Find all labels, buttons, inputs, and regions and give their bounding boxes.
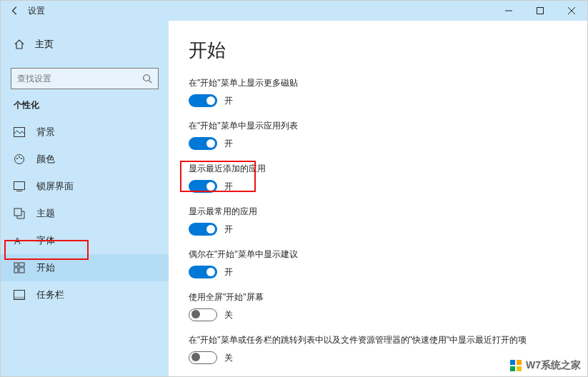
search-wrap [1,68,169,89]
sidebar-item-start[interactable]: 开始 [1,254,169,281]
window-title: 设置 [28,5,45,17]
setting-row: 偶尔在"开始"菜单中显示建议开 [189,248,567,278]
toggle-switch[interactable] [189,137,217,150]
setting-label: 在"开始"菜单或任务栏的跳转列表中以及文件资源管理器的"快速使用"中显示最近打开… [189,334,567,346]
settings-list: 在"开始"菜单上显示更多磁贴开在"开始"菜单中显示应用列表开显示最近添加的应用开… [189,77,567,364]
setting-row: 显示最常用的应用开 [189,206,567,236]
settings-window: 设置 主页 [0,0,588,377]
toggle-state-label: 关 [224,352,233,364]
sidebar-item-label: 字体 [36,234,55,247]
palette-icon [14,154,26,165]
lockscreen-icon [14,181,26,191]
setting-row: 显示最近添加的应用开 [189,163,567,193]
svg-text:A: A [14,236,21,246]
svg-rect-19 [510,360,515,365]
start-icon [14,262,26,273]
sidebar-item-background[interactable]: 背景 [1,119,169,146]
theme-icon [14,208,26,219]
window-controls [493,1,587,21]
svg-rect-13 [14,263,18,266]
toggle-knob [206,182,215,191]
sidebar-item-label: 任务栏 [36,288,64,301]
toggle-line: 开 [189,94,567,107]
toggle-switch[interactable] [189,308,217,321]
toggle-state-label: 开 [224,266,233,278]
svg-point-2 [144,75,150,81]
toggle-line: 开 [189,180,567,193]
toggle-switch[interactable] [189,351,217,364]
toggle-switch[interactable] [189,223,217,236]
sidebar-item-fonts[interactable]: A 字体 [1,227,169,254]
svg-rect-1 [537,8,544,14]
svg-point-7 [19,156,20,158]
svg-rect-15 [14,268,18,273]
svg-rect-18 [14,297,25,300]
sidebar-item-taskbar[interactable]: 任务栏 [1,281,169,308]
setting-row: 使用全屏"开始"屏幕关 [189,291,567,321]
svg-line-3 [149,81,152,84]
toggle-switch[interactable] [189,180,217,193]
setting-label: 在"开始"菜单上显示更多磁贴 [189,77,567,89]
toggle-line: 开 [189,266,567,278]
toggle-knob [191,310,200,318]
sidebar-nav: 背景 颜色 锁屏界面 主题 A 字体 [1,119,169,308]
font-icon: A [14,235,26,246]
svg-rect-20 [517,360,522,365]
toggle-line: 开 [189,137,567,150]
toggle-state-label: 开 [224,138,233,150]
sidebar-item-label: 开始 [36,261,55,274]
setting-label: 偶尔在"开始"菜单中显示建议 [189,248,567,261]
toggle-knob [191,353,200,361]
sidebar-section-label: 个性化 [1,99,169,119]
svg-rect-16 [19,268,24,273]
page-heading: 开始 [189,38,567,63]
setting-label: 显示最常用的应用 [189,206,567,218]
toggle-line: 开 [189,223,567,236]
sidebar-item-themes[interactable]: 主题 [1,200,169,227]
toggle-switch[interactable] [189,94,217,107]
svg-rect-9 [14,182,25,190]
picture-icon [14,127,26,137]
sidebar-item-colors[interactable]: 颜色 [1,146,169,173]
svg-point-5 [15,155,24,164]
toggle-line: 关 [189,308,567,321]
svg-point-6 [16,158,18,159]
toggle-knob [206,225,215,233]
close-button[interactable] [556,1,587,21]
setting-row: 在"开始"菜单中显示应用列表开 [189,120,567,150]
toggle-state-label: 开 [224,95,233,107]
search-box[interactable] [11,68,159,89]
svg-rect-11 [14,208,21,216]
setting-label: 使用全屏"开始"屏幕 [189,291,567,303]
watermark-text: W7系统之家 [526,359,581,372]
svg-rect-14 [19,263,24,266]
minimize-button[interactable] [493,1,524,21]
search-input[interactable] [17,74,142,84]
sidebar: 主页 个性化 背景 颜色 [1,21,169,376]
sidebar-item-lockscreen[interactable]: 锁屏界面 [1,173,169,200]
toggle-state-label: 开 [224,181,233,193]
sidebar-item-label: 锁屏界面 [36,180,74,193]
home-icon [14,39,26,50]
svg-rect-22 [517,366,522,371]
sidebar-item-label: 主题 [36,207,55,220]
svg-rect-21 [510,366,515,371]
toggle-knob [206,139,215,148]
setting-label: 显示最近添加的应用 [189,163,567,175]
toggle-knob [206,96,215,105]
taskbar-icon [14,290,26,300]
toggle-switch[interactable] [189,266,217,278]
titlebar: 设置 [1,1,587,21]
setting-label: 在"开始"菜单中显示应用列表 [189,120,567,132]
sidebar-item-label: 背景 [36,126,55,139]
toggle-knob [206,268,215,276]
maximize-button[interactable] [524,1,556,21]
toggle-state-label: 关 [224,309,233,321]
watermark-logo [509,358,523,373]
sidebar-home[interactable]: 主页 [1,34,169,55]
sidebar-item-label: 颜色 [36,153,55,166]
search-icon [142,74,152,84]
setting-row: 在"开始"菜单上显示更多磁贴开 [189,77,567,107]
watermark: W7系统之家 [509,358,581,373]
back-button[interactable] [6,6,24,16]
